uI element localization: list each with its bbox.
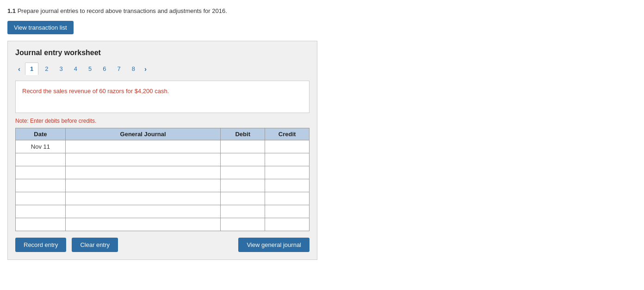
- page-subtitle: 1.1 Prepare journal entries to record ab…: [7, 7, 637, 14]
- credit-input[interactable]: [265, 192, 309, 205]
- tab-3[interactable]: 3: [55, 63, 67, 75]
- debit-input[interactable]: [221, 166, 265, 179]
- date-cell: [16, 166, 66, 179]
- journal-cell[interactable]: [65, 140, 220, 153]
- journal-cell[interactable]: [65, 179, 220, 192]
- tab-1[interactable]: 1: [25, 63, 38, 75]
- col-header-credit: Credit: [265, 128, 310, 140]
- col-header-journal: General Journal: [65, 128, 220, 140]
- tabs-next-button[interactable]: ›: [142, 63, 149, 75]
- credit-cell[interactable]: [265, 218, 310, 231]
- clear-entry-button[interactable]: Clear entry: [72, 238, 118, 252]
- debit-cell[interactable]: [221, 205, 265, 218]
- tab-7[interactable]: 7: [112, 63, 125, 75]
- debit-input[interactable]: [221, 179, 265, 192]
- debit-input[interactable]: [221, 218, 265, 231]
- tab-4[interactable]: 4: [69, 63, 82, 75]
- journal-input[interactable]: [66, 166, 220, 179]
- tab-5[interactable]: 5: [84, 63, 96, 75]
- debit-cell[interactable]: [221, 179, 265, 192]
- date-cell: [16, 153, 66, 166]
- journal-input[interactable]: [66, 192, 220, 205]
- credit-input[interactable]: [265, 179, 309, 192]
- journal-input[interactable]: [66, 179, 220, 192]
- credit-cell[interactable]: [265, 205, 310, 218]
- tab-2[interactable]: 2: [40, 63, 53, 75]
- journal-cell[interactable]: [65, 166, 220, 179]
- table-row: [16, 179, 310, 192]
- credit-cell[interactable]: [265, 166, 310, 179]
- credit-input[interactable]: [265, 205, 309, 218]
- date-cell: Nov 11: [16, 140, 66, 153]
- debit-input[interactable]: [221, 153, 265, 166]
- instruction-box: Record the sales revenue of 60 razors fo…: [15, 81, 310, 113]
- date-cell: [16, 205, 66, 218]
- note-text: Note: Enter debits before credits.: [15, 118, 310, 124]
- journal-cell[interactable]: [65, 205, 220, 218]
- table-row: Nov 11: [16, 140, 310, 153]
- credit-cell[interactable]: [265, 140, 310, 153]
- journal-input[interactable]: [66, 205, 220, 218]
- debit-cell[interactable]: [221, 153, 265, 166]
- journal-input[interactable]: [66, 153, 220, 166]
- date-cell: [16, 192, 66, 205]
- credit-cell[interactable]: [265, 179, 310, 192]
- journal-cell[interactable]: [65, 192, 220, 205]
- journal-input[interactable]: [66, 218, 220, 231]
- tab-6[interactable]: 6: [98, 63, 111, 75]
- date-cell: [16, 218, 66, 231]
- view-general-journal-button[interactable]: View general journal: [238, 238, 310, 252]
- table-row: [16, 192, 310, 205]
- table-row: [16, 205, 310, 218]
- col-header-date: Date: [16, 128, 66, 140]
- debit-cell[interactable]: [221, 192, 265, 205]
- worksheet-title: Journal entry worksheet: [15, 49, 310, 57]
- table-row: [16, 153, 310, 166]
- tabs-row: ‹ 1 2 3 4 5 6 7 8 ›: [15, 63, 310, 75]
- journal-input[interactable]: [66, 140, 220, 153]
- debit-cell[interactable]: [221, 166, 265, 179]
- debit-input[interactable]: [221, 192, 265, 205]
- credit-cell[interactable]: [265, 192, 310, 205]
- debit-input[interactable]: [221, 205, 265, 218]
- debit-cell[interactable]: [221, 218, 265, 231]
- table-row: [16, 218, 310, 231]
- credit-input[interactable]: [265, 218, 309, 231]
- record-entry-button[interactable]: Record entry: [15, 238, 66, 252]
- debit-input[interactable]: [221, 140, 265, 153]
- view-transaction-list-button[interactable]: View transaction list: [7, 21, 74, 34]
- credit-input[interactable]: [265, 166, 309, 179]
- credit-input[interactable]: [265, 153, 309, 166]
- credit-cell[interactable]: [265, 153, 310, 166]
- debit-cell[interactable]: [221, 140, 265, 153]
- journal-cell[interactable]: [65, 153, 220, 166]
- table-row: [16, 166, 310, 179]
- tabs-prev-button[interactable]: ‹: [15, 63, 23, 75]
- journal-entry-worksheet: Journal entry worksheet ‹ 1 2 3 4 5 6 7 …: [7, 41, 317, 260]
- col-header-debit: Debit: [221, 128, 265, 140]
- journal-cell[interactable]: [65, 218, 220, 231]
- credit-input[interactable]: [265, 140, 309, 153]
- instruction-text: Record the sales revenue of 60 razors fo…: [22, 88, 169, 95]
- action-buttons-row: Record entry Clear entry View general jo…: [15, 238, 310, 252]
- journal-table: Date General Journal Debit Credit Nov 11: [15, 128, 310, 231]
- tab-8[interactable]: 8: [127, 63, 140, 75]
- date-cell: [16, 179, 66, 192]
